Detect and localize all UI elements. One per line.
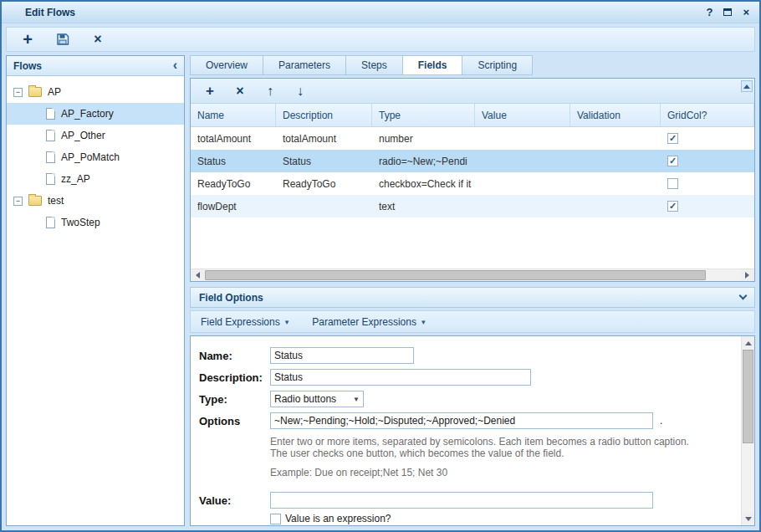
- gridcol-checkbox[interactable]: ✓: [667, 156, 678, 166]
- field-options-title: Field Options: [199, 292, 740, 304]
- flows-tree: − AP AP_Factory AP_Other AP_PoMatch: [7, 76, 184, 233]
- tree-label: test: [48, 195, 64, 207]
- gridcol-checkbox[interactable]: ✓: [667, 201, 678, 212]
- column-header-name[interactable]: Name: [191, 104, 276, 126]
- tree-item-ap-other[interactable]: AP_Other: [7, 125, 184, 146]
- type-select[interactable]: Radio buttons ▼: [270, 391, 364, 407]
- cell-gridcol: ✓: [661, 127, 754, 150]
- column-header-value[interactable]: Value: [475, 104, 570, 126]
- tree-folder-test[interactable]: − test: [7, 190, 184, 212]
- table-row[interactable]: ReadyToGo ReadyToGo checkbox=Check if it: [191, 172, 754, 195]
- tab-overview[interactable]: Overview: [190, 55, 263, 75]
- tree-label: zz_AP: [61, 173, 90, 185]
- expressions-menubar: Field Expressions ▾ Parameter Expression…: [190, 310, 755, 333]
- cell-type: radio=~New;~Pendi: [372, 150, 475, 172]
- column-header-validation[interactable]: Validation: [570, 104, 661, 126]
- collapse-node-icon[interactable]: −: [13, 88, 23, 97]
- cell-value: [475, 150, 570, 172]
- scroll-down-button[interactable]: [742, 513, 754, 525]
- scroll-up-button[interactable]: [742, 336, 754, 349]
- description-input[interactable]: [270, 369, 531, 386]
- scroll-up-button[interactable]: [741, 80, 753, 92]
- move-field-down-button[interactable]: ↓: [289, 81, 311, 101]
- scroll-left-button[interactable]: [191, 269, 204, 281]
- tree-item-zz-ap[interactable]: zz_AP: [7, 168, 184, 190]
- parameter-expressions-menu[interactable]: Parameter Expressions ▾: [312, 316, 425, 328]
- horizontal-scrollbar: [191, 269, 754, 281]
- tab-scripting[interactable]: Scripting: [462, 55, 533, 75]
- tab-fields[interactable]: Fields: [403, 55, 463, 75]
- tree-item-ap-factory[interactable]: AP_Factory: [7, 103, 184, 125]
- tree-folder-ap[interactable]: − AP: [7, 81, 184, 103]
- tree-label: AP: [48, 86, 61, 98]
- tab-steps[interactable]: Steps: [346, 55, 403, 75]
- flows-panel-title: Flows: [13, 60, 173, 72]
- name-input[interactable]: [270, 347, 414, 364]
- cell-name: Status: [191, 150, 276, 172]
- cell-description: Status: [276, 150, 372, 172]
- field-options-header: Field Options: [190, 287, 755, 308]
- gridcol-checkbox[interactable]: ✓: [667, 133, 678, 144]
- collapse-node-icon[interactable]: −: [13, 197, 23, 206]
- titlebar: Edit Flows ? ×: [2, 2, 759, 23]
- value-label: Value:: [199, 494, 270, 507]
- check-icon: ✓: [669, 134, 677, 143]
- table-row[interactable]: flowDept text ✓: [191, 195, 754, 217]
- document-icon: [46, 130, 55, 141]
- flows-panel: Flows ‹ − AP AP_Factory AP_Other: [6, 55, 185, 526]
- tree-label: TwoStep: [61, 217, 100, 228]
- cell-type: checkbox=Check if it: [372, 172, 475, 195]
- tab-parameters[interactable]: Parameters: [263, 55, 346, 75]
- value-input[interactable]: [270, 492, 653, 509]
- close-button[interactable]: ×: [743, 7, 749, 18]
- cell-type: text: [372, 195, 475, 217]
- table-row[interactable]: Status Status radio=~New;~Pendi ✓: [191, 150, 754, 172]
- cell-gridcol: ✓: [661, 150, 754, 172]
- vertical-scroll-thumb[interactable]: [743, 350, 753, 443]
- cell-type: number: [372, 127, 475, 150]
- save-button[interactable]: [52, 29, 74, 49]
- field-options-form: Name: Description: Type: Radio buttons ▼…: [190, 335, 755, 526]
- value-expression-checkbox[interactable]: [270, 514, 281, 524]
- type-row: Type: Radio buttons ▼: [199, 388, 733, 410]
- restore-icon: [723, 8, 732, 16]
- scroll-right-button[interactable]: [741, 269, 754, 281]
- options-label: Options: [199, 415, 270, 427]
- check-icon: ✓: [669, 156, 677, 166]
- move-field-up-button[interactable]: ↑: [259, 81, 281, 101]
- dropdown-arrow-icon: ▾: [421, 318, 426, 326]
- restore-button[interactable]: [723, 7, 732, 18]
- column-header-type[interactable]: Type: [372, 104, 475, 126]
- triangle-down-icon: [745, 517, 752, 524]
- delete-flow-button[interactable]: ×: [87, 29, 109, 49]
- add-flow-button[interactable]: +: [17, 29, 38, 49]
- triangle-right-icon: [745, 272, 753, 279]
- help-line-2: The user checks one button, which become…: [270, 448, 733, 459]
- collapse-panel-icon[interactable]: ‹: [173, 59, 177, 72]
- tree-item-twostep[interactable]: TwoStep: [7, 212, 184, 233]
- menu-label: Field Expressions: [201, 316, 280, 328]
- tree-item-ap-pomatch[interactable]: AP_PoMatch: [7, 146, 184, 168]
- arrow-down-icon: ↓: [297, 84, 304, 98]
- fields-grid-box: + × ↑ ↓ Name Description Type: [190, 78, 755, 282]
- cell-name: flowDept: [191, 195, 276, 217]
- chevron-down-icon[interactable]: [739, 292, 748, 300]
- tree-label: AP_Other: [61, 130, 105, 141]
- field-expressions-menu[interactable]: Field Expressions ▾: [201, 316, 289, 328]
- table-row[interactable]: totalAmount totalAmount number ✓: [191, 127, 754, 150]
- cell-validation: [570, 172, 661, 195]
- folder-icon: [28, 196, 42, 206]
- options-input[interactable]: [270, 412, 653, 429]
- horizontal-scroll-thumb[interactable]: [205, 270, 706, 280]
- window-controls: ? ×: [706, 7, 749, 18]
- plus-icon: +: [23, 31, 33, 48]
- tab-strip: Overview Parameters Steps Fields Scripti…: [190, 55, 755, 75]
- column-header-description[interactable]: Description: [276, 104, 372, 126]
- document-icon: [46, 151, 55, 163]
- remove-field-button[interactable]: ×: [229, 81, 251, 101]
- help-button[interactable]: ?: [706, 7, 712, 18]
- add-field-button[interactable]: +: [199, 81, 221, 101]
- edit-flows-window: Edit Flows ? × + × Flows ‹: [0, 0, 761, 532]
- gridcol-checkbox[interactable]: [667, 178, 678, 189]
- column-header-gridcol[interactable]: GridCol?: [661, 104, 754, 126]
